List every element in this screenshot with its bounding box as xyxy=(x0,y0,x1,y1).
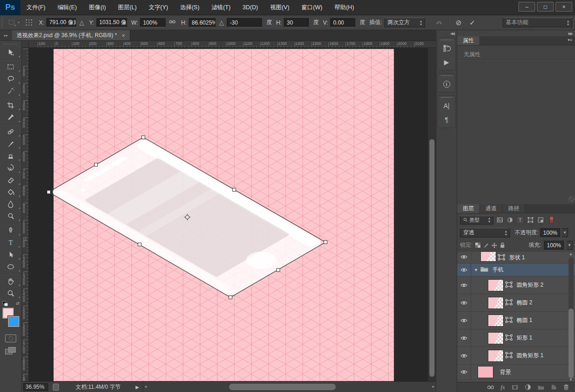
layer-thumbnail[interactable] xyxy=(480,252,496,262)
info-panel-button[interactable]: i xyxy=(438,77,455,91)
history-panel-button[interactable] xyxy=(438,41,455,55)
collapse-panels-icon[interactable]: ▶▶ xyxy=(569,32,572,36)
layer-row-2[interactable]: 圆角矩形 2 xyxy=(457,276,575,294)
layer-row-4[interactable]: 椭圆 1 xyxy=(457,312,575,329)
new-group-icon[interactable] xyxy=(537,385,544,390)
menu-item-7[interactable]: 3D(D) xyxy=(236,0,264,15)
layer-visibility-icon[interactable] xyxy=(457,294,471,311)
transform-handle[interactable] xyxy=(47,191,51,194)
type-tool[interactable]: T xyxy=(0,237,21,249)
horizontal-scrollbar[interactable]: ◂ ▸ xyxy=(143,382,436,392)
menu-item-8[interactable]: 视图(V) xyxy=(264,0,295,15)
layer-visibility-icon[interactable] xyxy=(457,329,471,347)
blend-mode-dropdown[interactable]: 穿透▴▾ xyxy=(460,228,510,238)
zoom-tool[interactable] xyxy=(0,287,21,299)
document-tab[interactable]: 透视效果2.psd @ 36.9% (手机, RGB/8) * × xyxy=(12,30,130,40)
menu-item-9[interactable]: 窗口(W) xyxy=(295,0,328,15)
vertical-scrollbar[interactable] xyxy=(428,48,436,381)
hand-tool[interactable] xyxy=(0,275,21,287)
transform-handle[interactable] xyxy=(142,136,145,139)
maximize-button[interactable]: □ xyxy=(537,2,554,12)
layers-scroll-thumb[interactable] xyxy=(569,308,574,378)
gradient-tool[interactable] xyxy=(0,186,21,198)
cancel-transform-icon[interactable]: ⊘ xyxy=(453,19,465,27)
screen-mode-button[interactable] xyxy=(5,347,16,355)
transform-handle[interactable] xyxy=(229,296,232,299)
opacity-dropdown-icon[interactable]: ▼ xyxy=(562,228,568,237)
transform-handle[interactable] xyxy=(233,188,236,192)
zoom-level-field[interactable]: 36.95% xyxy=(23,383,48,391)
layer-visibility-icon[interactable] xyxy=(457,365,471,379)
group-handle[interactable] xyxy=(441,75,453,76)
layer-style-icon[interactable]: fx xyxy=(501,384,505,391)
filter-shape-layers-icon[interactable] xyxy=(526,216,534,224)
filter-type-layers-icon[interactable]: T xyxy=(516,216,524,224)
workspace-dropdown[interactable]: 基本功能▴▾ xyxy=(503,18,572,27)
layer-visibility-icon[interactable] xyxy=(457,263,471,276)
clone-stamp-tool[interactable] xyxy=(0,150,21,162)
tab-properties[interactable]: 属性 xyxy=(457,36,480,45)
eraser-tool[interactable] xyxy=(0,174,21,186)
w-input[interactable]: 100% xyxy=(140,18,166,27)
character-panel-button[interactable]: A| xyxy=(438,99,455,113)
add-layer-mask-icon[interactable] xyxy=(511,385,518,390)
history-brush-tool[interactable] xyxy=(0,162,21,174)
transform-handle[interactable] xyxy=(277,269,280,272)
path-selection-tool[interactable] xyxy=(0,249,21,261)
default-colors-icon[interactable] xyxy=(2,301,8,306)
new-adjustment-layer-icon[interactable] xyxy=(525,384,531,390)
link-scale-icon[interactable] xyxy=(168,19,177,26)
brush-tool[interactable] xyxy=(0,138,21,150)
menu-item-1[interactable]: 编辑(E) xyxy=(51,0,83,15)
layer-row-1[interactable]: ▼ 手机 xyxy=(457,263,575,276)
lock-pixels-icon[interactable] xyxy=(483,243,489,248)
canvas-artwork[interactable] xyxy=(29,48,428,381)
angle-input[interactable]: -30 xyxy=(227,18,262,27)
document-status-icon[interactable] xyxy=(53,384,59,391)
toolbar-collapse-button[interactable]: ▸▸ xyxy=(0,30,12,41)
menu-item-5[interactable]: 选择(S) xyxy=(174,0,205,15)
layer-row-7[interactable]: 背景 xyxy=(457,365,575,380)
transform-handle[interactable] xyxy=(138,243,141,246)
scroll-down-icon[interactable]: ▼ xyxy=(569,378,573,382)
horizontal-ruler[interactable]: 1000100200300400500600700800900100011001… xyxy=(29,41,436,48)
group-expand-icon[interactable]: ▼ xyxy=(474,268,478,272)
tab-close-icon[interactable]: × xyxy=(121,32,125,39)
healing-brush-tool[interactable] xyxy=(0,126,21,138)
layer-visibility-icon[interactable] xyxy=(457,276,471,294)
scroll-up-icon[interactable]: ▲ xyxy=(569,252,573,256)
properties-panel-menu-icon[interactable]: ▾≡ xyxy=(568,38,572,42)
menu-item-2[interactable]: 图像(I) xyxy=(83,0,112,15)
document-viewport[interactable] xyxy=(29,48,428,381)
shape-tool[interactable] xyxy=(0,261,21,273)
layer-row-3[interactable]: 椭圆 2 xyxy=(457,294,575,312)
eyedropper-tool[interactable] xyxy=(0,111,21,123)
vertical-scroll-thumb[interactable] xyxy=(429,139,434,377)
menu-item-10[interactable]: 帮助(H) xyxy=(328,0,360,15)
background-color-swatch[interactable] xyxy=(8,316,19,327)
opacity-field[interactable]: 100% xyxy=(540,228,560,237)
filter-type-dropdown[interactable]: 类型 ▴▾ xyxy=(460,216,493,225)
filter-pixel-layers-icon[interactable] xyxy=(496,216,504,224)
lock-all-icon[interactable] xyxy=(500,242,505,248)
vertical-ruler[interactable]: 1002003004005006007008009001000110012001… xyxy=(22,48,29,381)
reference-point-locator[interactable] xyxy=(25,19,33,26)
transform-handle[interactable] xyxy=(324,241,327,244)
actions-panel-button[interactable]: ▶ xyxy=(438,55,455,69)
lasso-tool[interactable] xyxy=(0,73,21,85)
menu-item-3[interactable]: 图层(L) xyxy=(112,0,142,15)
paragraph-panel-button[interactable]: ¶ xyxy=(438,113,455,127)
layer-thumbnail[interactable] xyxy=(488,297,504,309)
panel-resize-grip[interactable] xyxy=(569,196,574,202)
menu-item-6[interactable]: 滤镜(T) xyxy=(205,0,236,15)
relative-position-icon[interactable]: △ xyxy=(78,19,85,26)
magic-wand-tool[interactable] xyxy=(0,85,21,97)
quick-mask-button[interactable] xyxy=(5,334,16,342)
commit-transform-icon[interactable]: ✓ xyxy=(466,19,478,27)
tab-layers[interactable]: 图层 xyxy=(457,204,480,213)
filter-smart-object-icon[interactable] xyxy=(537,216,544,224)
layer-thumbnail[interactable] xyxy=(488,332,504,344)
layer-row-5[interactable]: 矩形 1 xyxy=(457,329,575,347)
layer-visibility-icon[interactable] xyxy=(457,347,471,364)
h-input[interactable]: 86.6025% xyxy=(189,18,216,27)
